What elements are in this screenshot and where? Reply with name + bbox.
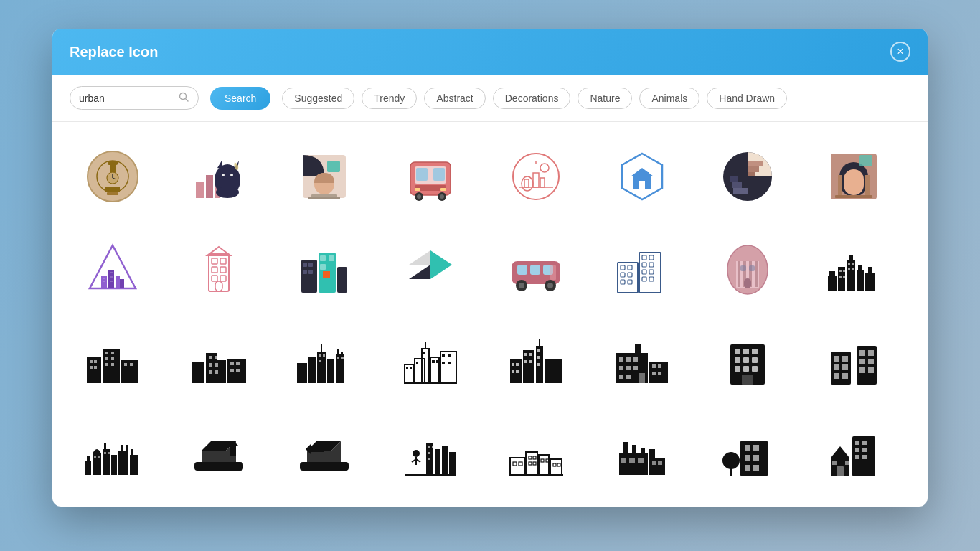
svg-rect-214	[516, 370, 519, 373]
icon-cell-bus-front[interactable]	[387, 133, 473, 220]
svg-rect-65	[116, 276, 120, 288]
svg-rect-200	[432, 360, 435, 363]
icon-cell-escalator-down[interactable]	[281, 409, 367, 495]
svg-rect-318	[638, 458, 644, 463]
icon-cell-office-buildings[interactable]	[599, 225, 685, 311]
svg-rect-198	[421, 362, 423, 364]
icon-cell-city-people[interactable]	[387, 409, 473, 495]
svg-rect-232	[626, 375, 631, 379]
icon-cell-buildings-3[interactable]	[281, 317, 367, 403]
icon-cell-buildings-4[interactable]	[387, 317, 473, 403]
svg-rect-122	[738, 261, 740, 287]
svg-rect-257	[859, 350, 865, 356]
icon-cell-building-tree[interactable]	[705, 409, 791, 495]
svg-rect-80	[215, 281, 222, 291]
icon-cell-buildings-2[interactable]	[176, 317, 262, 403]
search-input[interactable]	[79, 93, 172, 104]
svg-rect-263	[85, 461, 91, 475]
svg-rect-313	[632, 445, 636, 455]
icons-grid	[70, 133, 910, 495]
filter-abstract[interactable]: Abstract	[424, 88, 485, 109]
svg-rect-91	[308, 270, 313, 274]
close-button[interactable]: ×	[890, 42, 910, 62]
icon-cell-clock-tower[interactable]	[70, 133, 156, 220]
icon-cell-cat-city[interactable]	[176, 133, 262, 220]
svg-rect-110	[621, 280, 625, 284]
icon-cell-buildings-5[interactable]	[493, 317, 579, 403]
svg-rect-233	[639, 373, 645, 383]
icon-cell-city-circle[interactable]	[493, 133, 579, 220]
svg-rect-337	[855, 455, 859, 459]
svg-point-282	[413, 450, 420, 457]
svg-rect-297	[539, 455, 549, 475]
svg-rect-106	[621, 265, 625, 270]
svg-rect-226	[626, 357, 631, 362]
icon-cell-arch-doorway[interactable]	[811, 133, 897, 220]
icon-cell-buildings-6[interactable]	[599, 317, 685, 403]
icon-cell-city-outline[interactable]	[493, 409, 579, 495]
svg-rect-97	[530, 265, 540, 275]
svg-rect-145	[848, 268, 850, 270]
icon-cell-factory[interactable]	[599, 409, 685, 495]
svg-rect-183	[341, 352, 343, 356]
svg-rect-315	[649, 449, 655, 459]
icon-cell-folded-map[interactable]	[387, 225, 473, 311]
svg-rect-326	[745, 465, 750, 471]
svg-rect-158	[105, 363, 108, 366]
filter-nature[interactable]: Nature	[578, 88, 632, 109]
svg-rect-314	[641, 448, 645, 455]
svg-rect-276	[104, 452, 106, 454]
icon-cell-ornate-building[interactable]	[705, 225, 791, 311]
icon-cell-city-skyline-solid[interactable]	[811, 225, 897, 311]
svg-rect-87	[337, 267, 347, 293]
icon-cell-escalator-up[interactable]	[176, 409, 262, 495]
svg-rect-59	[865, 175, 870, 197]
icon-cell-buildings-8[interactable]	[811, 317, 897, 403]
svg-rect-160	[124, 363, 127, 366]
icon-cell-modern-buildings[interactable]	[281, 225, 367, 311]
svg-rect-125	[755, 261, 758, 287]
icon-cell-buildings-1[interactable]	[70, 317, 156, 403]
svg-rect-138	[868, 267, 872, 274]
svg-rect-175	[236, 369, 240, 372]
filter-hand-drawn[interactable]: Hand Drawn	[707, 88, 787, 109]
svg-point-37	[522, 176, 533, 191]
icon-cell-doorway[interactable]	[281, 133, 367, 220]
filter-decorations[interactable]: Decorations	[493, 88, 571, 109]
svg-rect-161	[130, 363, 133, 366]
svg-rect-291	[432, 446, 434, 448]
icon-cell-buildings-7[interactable]	[705, 317, 791, 403]
svg-rect-300	[519, 462, 522, 466]
svg-rect-155	[111, 352, 114, 354]
svg-rect-301	[529, 456, 532, 459]
search-button[interactable]: Search	[210, 87, 270, 110]
filter-suggested[interactable]: Suggested	[282, 88, 354, 109]
icon-cell-staircase-circle[interactable]	[705, 133, 791, 220]
svg-rect-306	[546, 459, 549, 462]
svg-rect-270	[121, 445, 123, 452]
svg-rect-143	[848, 263, 850, 265]
svg-rect-107	[628, 265, 632, 270]
icon-cell-building-home[interactable]	[811, 409, 897, 495]
icon-cell-pink-building[interactable]	[176, 225, 262, 311]
svg-rect-203	[448, 354, 451, 357]
modal-header: Replace Icon ×	[52, 29, 928, 75]
svg-rect-177	[308, 357, 316, 383]
svg-rect-215	[524, 353, 527, 356]
svg-rect-179	[321, 344, 322, 353]
svg-rect-242	[735, 357, 740, 363]
svg-point-19	[216, 187, 239, 198]
icon-cell-house-hex[interactable]	[599, 133, 685, 220]
svg-point-101	[519, 283, 524, 288]
icon-cell-triangle-city[interactable]	[70, 225, 156, 311]
svg-rect-319	[652, 461, 656, 465]
filter-animals[interactable]: Animals	[639, 88, 699, 109]
icon-cell-bus-side[interactable]	[493, 225, 579, 311]
filter-trendy[interactable]: Trendy	[362, 88, 417, 109]
svg-rect-290	[428, 446, 430, 448]
svg-rect-156	[105, 357, 108, 360]
svg-rect-108	[621, 273, 625, 277]
svg-rect-117	[649, 270, 654, 274]
svg-rect-111	[628, 280, 632, 284]
icon-cell-city-detailed[interactable]	[70, 409, 156, 495]
